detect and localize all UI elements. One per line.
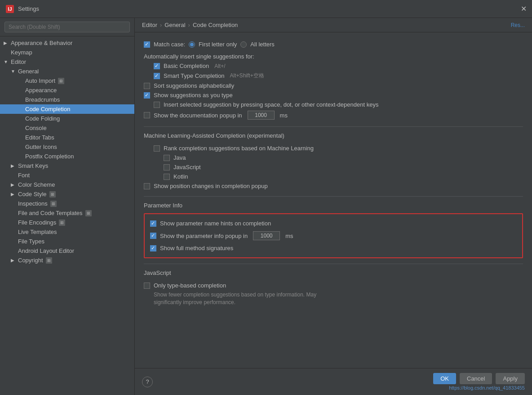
- ml-rank-checkbox[interactable]: [154, 145, 160, 152]
- sidebar: Appearance & Behavior Keymap Editor: [0, 18, 135, 395]
- smart-completion-label[interactable]: Smart Type Completion Alt+Shift+空格: [164, 72, 264, 80]
- sidebar-label: Appearance: [25, 87, 57, 94]
- sort-alpha-label[interactable]: Sort suggestions alphabetically: [154, 82, 234, 89]
- sidebar-item-smart-keys[interactable]: Smart Keys: [0, 161, 134, 171]
- sidebar-item-postfix-completion[interactable]: Postfix Completion: [0, 152, 134, 161]
- doc-popup-value[interactable]: [248, 111, 275, 120]
- show-position-checkbox[interactable]: [144, 183, 150, 189]
- ml-javascript-label[interactable]: JavaScript: [173, 164, 201, 171]
- smart-completion-checkbox[interactable]: [154, 73, 160, 79]
- sort-alpha-checkbox[interactable]: [144, 83, 150, 89]
- sidebar-item-editor-tabs[interactable]: Editor Tabs: [0, 133, 134, 142]
- full-signatures-label[interactable]: Show full method signatures: [160, 245, 233, 251]
- sidebar-item-general[interactable]: General: [0, 67, 134, 76]
- param-hints-checkbox[interactable]: [150, 220, 156, 227]
- arrow-icon: [18, 97, 23, 102]
- ml-javascript-checkbox[interactable]: [164, 164, 170, 171]
- basic-completion-shortcut: Alt+/: [214, 63, 225, 69]
- sidebar-item-appearance[interactable]: Appearance: [0, 85, 134, 95]
- breadcrumb-sep1: ›: [160, 22, 162, 28]
- sidebar-label: File Encodings: [18, 219, 56, 226]
- sidebar-item-editor[interactable]: Editor: [0, 57, 134, 67]
- sidebar-item-console[interactable]: Console: [0, 123, 134, 133]
- arrow-icon: [11, 220, 16, 225]
- sidebar-item-inspections[interactable]: Inspections ⊞: [0, 199, 134, 208]
- insert-space-label[interactable]: Insert selected suggestion by pressing s…: [164, 101, 378, 108]
- breadcrumb-code-completion[interactable]: Code Completion: [193, 22, 238, 28]
- sidebar-label: Font: [18, 172, 30, 179]
- show-doc-checkbox[interactable]: [144, 112, 150, 118]
- sidebar-label: Editor: [11, 58, 26, 65]
- all-letters-radio[interactable]: [240, 41, 247, 48]
- sidebar-item-code-folding[interactable]: Code Folding: [0, 114, 134, 123]
- help-button[interactable]: ?: [142, 377, 153, 387]
- param-popup-label[interactable]: Show the parameter info popup in: [160, 233, 248, 239]
- breadcrumb-editor[interactable]: Editor: [142, 22, 157, 28]
- cancel-button[interactable]: Cancel: [460, 373, 492, 384]
- match-case-label[interactable]: Match case:: [154, 41, 185, 48]
- window-title: Settings: [18, 5, 39, 12]
- badge-icon: ⊞: [59, 220, 65, 226]
- sidebar-label: Code Folding: [25, 115, 60, 122]
- all-letters-label[interactable]: All letters: [250, 41, 274, 48]
- sidebar-item-color-scheme[interactable]: Color Scheme: [0, 180, 134, 189]
- sidebar-item-copyright[interactable]: Copyright ⊞: [0, 256, 134, 265]
- sidebar-label: File and Code Templates: [18, 210, 83, 216]
- sidebar-item-auto-import[interactable]: Auto Import ⊞: [0, 76, 134, 85]
- first-letter-radio[interactable]: [189, 41, 195, 48]
- js-type-label[interactable]: Only type-based completion: [154, 282, 226, 289]
- sidebar-item-keymap[interactable]: Keymap: [0, 48, 134, 57]
- arrow-icon: [11, 258, 16, 263]
- insert-space-checkbox[interactable]: [154, 102, 160, 108]
- match-case-checkbox[interactable]: [144, 41, 150, 48]
- breadcrumb-path: Editor › General › Code Completion: [142, 22, 238, 28]
- sidebar-item-code-style[interactable]: Code Style ⊞: [0, 189, 134, 199]
- sidebar-item-file-types[interactable]: File Types: [0, 237, 134, 246]
- sidebar-item-live-templates[interactable]: Live Templates: [0, 227, 134, 237]
- param-popup-value[interactable]: [253, 231, 280, 240]
- breadcrumb-general[interactable]: General: [164, 22, 185, 28]
- arrow-icon: [18, 135, 23, 140]
- ml-java-checkbox[interactable]: [164, 155, 170, 161]
- arrow-icon: [18, 107, 23, 112]
- show-type-checkbox[interactable]: [144, 92, 150, 99]
- full-signatures-checkbox[interactable]: [150, 245, 156, 251]
- sidebar-item-android-layout[interactable]: Android Layout Editor: [0, 246, 134, 256]
- basic-completion-checkbox[interactable]: [154, 63, 160, 69]
- reset-link[interactable]: Res...: [511, 22, 525, 28]
- sidebar-label: General: [18, 68, 39, 75]
- js-type-checkbox[interactable]: [144, 283, 150, 289]
- sidebar-item-code-completion[interactable]: Code Completion: [0, 104, 134, 114]
- sidebar-label: Color Scheme: [18, 181, 55, 188]
- breadcrumb-sep2: ›: [188, 22, 190, 28]
- ml-java-label[interactable]: Java: [173, 154, 186, 161]
- search-input[interactable]: [4, 22, 130, 32]
- sidebar-item-file-code-templates[interactable]: File and Code Templates ⊞: [0, 208, 134, 218]
- show-type-label[interactable]: Show suggestions as you type: [154, 92, 233, 99]
- basic-completion-label[interactable]: Basic Completion Alt+/: [164, 63, 226, 69]
- js-type-row: Only type-based completion: [144, 281, 523, 290]
- sidebar-item-file-encodings[interactable]: File Encodings ⊞: [0, 218, 134, 227]
- sidebar-item-font[interactable]: Font: [0, 171, 134, 180]
- arrow-icon: [11, 182, 16, 187]
- apply-button[interactable]: Apply: [496, 373, 525, 384]
- sidebar-label: Android Layout Editor: [18, 247, 74, 254]
- param-hints-label[interactable]: Show parameter name hints on completion: [160, 220, 271, 227]
- sidebar-item-appearance-behavior[interactable]: Appearance & Behavior: [0, 38, 134, 48]
- ml-section-title: Machine Learning-Assisted Completion (ex…: [144, 132, 523, 139]
- show-doc-label[interactable]: Show the documentation popup in: [154, 112, 242, 119]
- ml-kotlin-label[interactable]: Kotlin: [173, 173, 188, 180]
- ok-button[interactable]: OK: [433, 373, 456, 384]
- sidebar-item-gutter-icons[interactable]: Gutter Icons: [0, 142, 134, 152]
- param-popup-checkbox[interactable]: [150, 233, 156, 239]
- match-case-row: Match case: First letter only All letter…: [144, 40, 523, 49]
- ml-kotlin-checkbox[interactable]: [164, 174, 170, 180]
- ml-rank-label[interactable]: Rank completion suggestions based on Mac…: [164, 145, 314, 152]
- sidebar-item-breadcrumbs[interactable]: Breadcrumbs: [0, 95, 134, 104]
- param-popup-unit: ms: [285, 233, 293, 239]
- first-letter-label[interactable]: First letter only: [199, 41, 237, 48]
- close-button[interactable]: ✕: [521, 4, 527, 13]
- insert-space-row: Insert selected suggestion by pressing s…: [144, 100, 523, 109]
- arrow-icon: [18, 78, 23, 83]
- show-position-label[interactable]: Show position changes in completion popu…: [154, 183, 268, 189]
